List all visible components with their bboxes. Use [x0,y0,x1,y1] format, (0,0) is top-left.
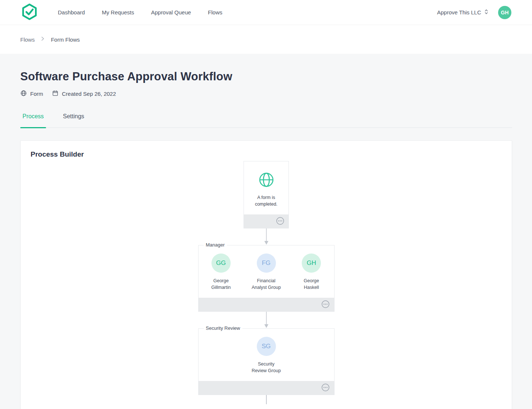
workflow-canvas: A form is completed. [31,161,502,404]
approver-george-gillmartin: GG George Gillmartin [199,254,244,291]
step-manager-label: Manager [204,242,227,248]
step-security-review-approvers: SG Security Review Group [199,329,334,381]
step-security-review-label: Security Review [204,325,242,331]
nav-item-approval-queue[interactable]: Approval Queue [151,9,191,15]
trigger-label-line1: A form is [255,194,277,201]
approver-name-line2: Analyst Group [252,284,281,291]
step-manager-footer [199,298,334,311]
trigger-footer [244,214,288,228]
approver-financial-analyst-group: FG Financial Analyst Group [244,254,289,291]
approver-name-line1: George [211,278,231,284]
connector-arrow [263,312,269,328]
connector-arrow [263,228,269,245]
breadcrumb: Flows Form Flows [0,25,532,54]
ellipsis-icon [276,217,284,226]
ellipsis-icon [321,383,330,393]
step-security-review: Security Review SG Security Review Group [198,328,335,395]
breadcrumb-flows[interactable]: Flows [20,36,35,43]
trigger-node: A form is completed. [244,161,289,228]
main-content: Software Purchase Approval Workflow Form [0,54,532,409]
connector-line [266,395,267,404]
approver-name-line1: Financial [252,278,281,284]
chevron-updown-icon [484,8,489,16]
trigger-more-options-button[interactable] [276,217,284,226]
top-navbar: Dashboard My Requests Approval Queue Flo… [0,0,532,25]
ellipsis-icon [321,300,330,310]
globe-icon [20,90,27,98]
globe-trigger-icon [258,171,275,190]
approver-name-line2: Haskell [304,284,319,291]
org-selector-label: Approve This LLC [437,9,481,15]
calendar-icon [52,90,59,98]
approver-avatar: FG [257,254,276,273]
nav-item-flows[interactable]: Flows [208,9,222,15]
tab-bar: Process Settings [20,113,512,128]
tab-settings[interactable]: Settings [61,113,87,127]
step-manager: Manager GG George Gillmartin FG Financia… [198,245,335,312]
process-builder-card: Process Builder A form is completed. [20,140,512,409]
approver-security-review-group: SG Security Review Group [244,337,289,374]
approver-avatar: GG [211,254,231,273]
org-selector[interactable]: Approve This LLC [437,8,489,16]
meta-created: Created Sep 26, 2022 [52,90,116,98]
approver-george-haskell: GH George Haskell [289,254,334,291]
page-title: Software Purchase Approval Workflow [20,70,512,83]
step-security-review-footer [199,381,334,395]
meta-type: Form [20,90,43,98]
chevron-right-icon [40,36,46,43]
trigger-label-line2: completed. [255,201,277,207]
nav-item-dashboard[interactable]: Dashboard [58,9,85,15]
main-nav: Dashboard My Requests Approval Queue Flo… [58,9,223,15]
trigger-body: A form is completed. [244,161,288,214]
approver-name-line1: Security [252,361,281,368]
step-manager-approvers: GG George Gillmartin FG Financial Analys… [199,245,334,298]
hexagon-check-icon [21,3,38,22]
builder-title: Process Builder [31,150,502,158]
approver-name-line2: Review Group [252,368,281,374]
approver-name-line2: Gillmartin [211,284,231,291]
approver-avatar: GH [302,254,321,273]
approver-name: George Gillmartin [211,278,231,291]
navbar-right: Approve This LLC GH [437,6,511,19]
user-avatar[interactable]: GH [498,6,511,19]
trigger-label: A form is completed. [255,194,277,207]
approver-name: George Haskell [304,278,319,291]
approver-avatar: SG [257,337,276,356]
breadcrumb-form-flows[interactable]: Form Flows [51,36,80,43]
approver-name: Security Review Group [252,361,281,374]
page-meta: Form Created Sep 26, 2022 [20,90,512,98]
step-security-review-more-options-button[interactable] [321,384,330,392]
app-logo[interactable] [20,3,39,22]
approver-name-line1: George [304,278,319,284]
step-manager-more-options-button[interactable] [321,300,330,309]
meta-type-label: Form [30,91,43,97]
approver-name: Financial Analyst Group [252,278,281,291]
meta-created-label: Created Sep 26, 2022 [62,91,116,97]
nav-item-my-requests[interactable]: My Requests [102,9,134,15]
tab-process[interactable]: Process [20,113,46,127]
